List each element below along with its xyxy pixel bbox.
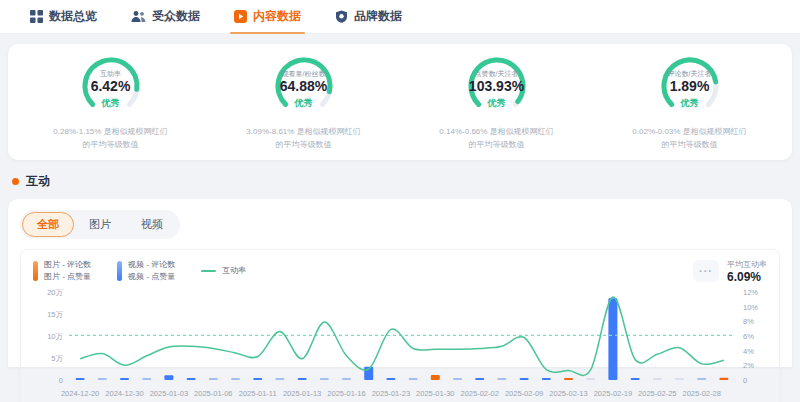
svg-text:20万: 20万 bbox=[47, 288, 63, 297]
svg-text:8%: 8% bbox=[743, 317, 754, 326]
svg-text:10万: 10万 bbox=[47, 332, 63, 341]
svg-text:4%: 4% bbox=[743, 346, 754, 355]
svg-text:2025-01-06: 2025-01-06 bbox=[194, 389, 232, 398]
average-rate-label: 平均互动率 bbox=[727, 259, 767, 270]
gauge-value: 103.93% bbox=[459, 78, 535, 94]
interaction-section-header: 互动 bbox=[12, 173, 800, 190]
brand-shield-icon bbox=[335, 10, 348, 23]
gauge-interaction-rate: 互动率 6.42% 优秀 0.28%-1.15% 是相似规模网红们的平均等级数值 bbox=[14, 56, 207, 152]
svg-text:2025-01-11: 2025-01-11 bbox=[239, 389, 277, 398]
gauge-benchmark-note: 0.02%-0.03% 是相似规模网红们的平均等级数值 bbox=[632, 126, 746, 152]
svg-text:2025-02-19: 2025-02-19 bbox=[594, 389, 632, 398]
grid-icon bbox=[30, 10, 43, 23]
section-title: 互动 bbox=[26, 173, 50, 190]
filter-tab-videos[interactable]: 视频 bbox=[126, 212, 178, 237]
nav-tab-label: 内容数据 bbox=[253, 8, 301, 25]
gauge-grade-badge: 优秀 bbox=[73, 97, 149, 110]
svg-text:5万: 5万 bbox=[51, 354, 63, 363]
filter-tab-all[interactable]: 全部 bbox=[22, 212, 74, 237]
gauge-likes-per-follower: 点赞数/关注者 103.93% 优秀 0.14%-0.66% 是相似规模网红们的… bbox=[400, 56, 593, 152]
svg-text:15万: 15万 bbox=[47, 310, 63, 319]
svg-text:2%: 2% bbox=[743, 361, 754, 370]
score-gauges-card: 互动率 6.42% 优秀 0.28%-1.15% 是相似规模网红们的平均等级数值… bbox=[8, 44, 792, 160]
chart-legend: 图片 - 评论数图片 - 点赞量 视频 - 评论数视频 - 点赞量 互动率 ··… bbox=[29, 257, 771, 284]
svg-text:2025-02-02: 2025-02-02 bbox=[461, 389, 499, 398]
average-rate-value: 6.09% bbox=[727, 270, 767, 284]
section-bullet-icon bbox=[12, 178, 19, 185]
gauge-value: 6.42% bbox=[73, 78, 149, 94]
svg-text:2025-01-16: 2025-01-16 bbox=[327, 389, 365, 398]
nav-tab-brand-data[interactable]: 品牌数据 bbox=[335, 0, 402, 34]
legend-item-rate: 互动率 bbox=[201, 265, 246, 277]
gauge-value: 64.88% bbox=[266, 78, 342, 94]
content-video-icon bbox=[234, 10, 247, 23]
nav-tab-label: 品牌数据 bbox=[354, 8, 402, 25]
nav-tab-label: 数据总览 bbox=[49, 8, 97, 25]
interaction-chart: 20万15万10万5万012%10%8%6%4%2%02024-12-20202… bbox=[29, 286, 771, 402]
gauge-comments-per-follower: 评论数/关注者 1.89% 优秀 0.02%-0.03% 是相似规模网红们的平均… bbox=[593, 56, 786, 152]
gauge-value: 1.89% bbox=[652, 78, 728, 94]
gauge-views-per-fan: 观看量/粉丝数 64.88% 优秀 3.09%-8.61% 是相似规模网红们的平… bbox=[207, 56, 400, 152]
svg-text:0: 0 bbox=[59, 376, 63, 385]
svg-text:2024-12-30: 2024-12-30 bbox=[105, 389, 143, 398]
gauge-grade-badge: 优秀 bbox=[652, 97, 728, 110]
interaction-chart-svg: 20万15万10万5万012%10%8%6%4%2%02024-12-20202… bbox=[29, 286, 769, 402]
audience-icon bbox=[131, 10, 146, 23]
svg-text:0: 0 bbox=[743, 376, 747, 385]
svg-text:12%: 12% bbox=[743, 288, 758, 297]
svg-text:2024-12-20: 2024-12-20 bbox=[61, 389, 99, 398]
svg-text:2025-01-30: 2025-01-30 bbox=[416, 389, 454, 398]
top-navigation: 数据总览 受众数据 内容数据 品牌数据 bbox=[0, 0, 800, 34]
svg-text:2025-01-23: 2025-01-23 bbox=[372, 389, 410, 398]
svg-text:2025-02-25: 2025-02-25 bbox=[638, 389, 676, 398]
blue-bar-swatch-icon bbox=[117, 261, 122, 281]
svg-text:2025-01-13: 2025-01-13 bbox=[283, 389, 321, 398]
orange-bar-swatch-icon bbox=[33, 261, 38, 281]
interaction-chart-card: 图片 - 评论数图片 - 点赞量 视频 - 评论数视频 - 点赞量 互动率 ··… bbox=[20, 249, 780, 402]
average-rate-block: 平均互动率 6.09% bbox=[727, 259, 767, 284]
svg-text:2025-01-03: 2025-01-03 bbox=[150, 389, 188, 398]
svg-text:10%: 10% bbox=[743, 302, 758, 311]
legend-item-image: 图片 - 评论数图片 - 点赞量 bbox=[33, 259, 91, 283]
nav-tab-label: 受众数据 bbox=[152, 8, 200, 25]
gauge-benchmark-note: 3.09%-8.61% 是相似规模网红们的平均等级数值 bbox=[246, 126, 360, 152]
nav-tab-data-overview[interactable]: 数据总览 bbox=[30, 0, 97, 34]
filter-tab-images[interactable]: 图片 bbox=[74, 212, 126, 237]
svg-text:2025-02-09: 2025-02-09 bbox=[505, 389, 543, 398]
media-filter-tabs: 全部 图片 视频 bbox=[20, 210, 180, 239]
more-options-button[interactable]: ··· bbox=[693, 260, 719, 282]
nav-tab-content-data[interactable]: 内容数据 bbox=[234, 0, 301, 34]
legend-item-video: 视频 - 评论数视频 - 点赞量 bbox=[117, 259, 175, 283]
gauge-benchmark-note: 0.28%-1.15% 是相似规模网红们的平均等级数值 bbox=[53, 126, 167, 152]
interaction-panel: 全部 图片 视频 图片 - 评论数图片 - 点赞量 视频 - 评论数视频 - 点… bbox=[8, 199, 792, 367]
gauge-benchmark-note: 0.14%-0.66% 是相似规模网红们的平均等级数值 bbox=[439, 126, 553, 152]
svg-text:6%: 6% bbox=[743, 332, 754, 341]
svg-text:2025-02-13: 2025-02-13 bbox=[549, 389, 587, 398]
svg-text:2025-02-28: 2025-02-28 bbox=[683, 389, 721, 398]
gauge-grade-badge: 优秀 bbox=[266, 97, 342, 110]
green-line-swatch-icon bbox=[201, 270, 216, 272]
nav-tab-audience-data[interactable]: 受众数据 bbox=[131, 0, 200, 34]
gauge-grade-badge: 优秀 bbox=[459, 97, 535, 110]
